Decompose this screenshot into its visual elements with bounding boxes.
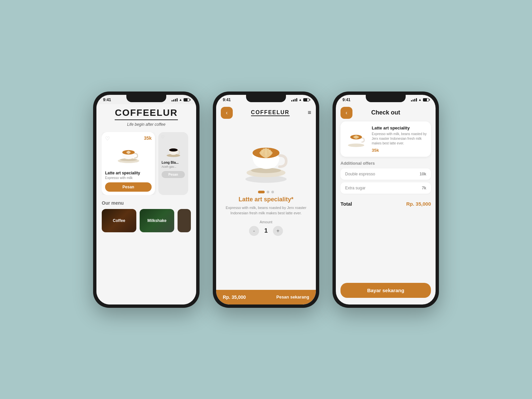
- pesan-button-1[interactable]: Pesan: [105, 182, 152, 192]
- card-name-1: Latte art speciality: [105, 171, 152, 175]
- pesan-button-2[interactable]: Pesan: [162, 171, 185, 178]
- total-label: Total: [340, 201, 352, 207]
- amount-controls: - 1 +: [223, 226, 309, 236]
- amount-section: Amount - 1 +: [223, 220, 309, 236]
- battery-icon-2: [303, 98, 309, 101]
- svg-point-10: [348, 143, 364, 147]
- product-desc-detail: Expresso with milk, beans roasted by Jer…: [223, 205, 309, 216]
- increase-button[interactable]: +: [273, 226, 283, 236]
- product-image-1: [105, 138, 152, 168]
- notch: [126, 95, 166, 102]
- card-desc-1: Expresso with milk: [105, 176, 152, 180]
- amount-label: Amount: [223, 220, 309, 224]
- status-icons-3: ▲: [411, 98, 429, 101]
- product-card-1: ♡ 35k: [102, 132, 155, 195]
- product-cards-row: ♡ 35k: [102, 132, 191, 195]
- card-price: 35k: [144, 135, 152, 141]
- phone-screen3: 9:41 ▲ ‹ Check out: [332, 92, 439, 308]
- offer-price-1: 10k: [420, 172, 426, 176]
- wifi-icon-3: ▲: [418, 98, 422, 101]
- svg-point-5: [170, 149, 177, 151]
- menu-cat-coffee[interactable]: Coffee: [102, 209, 136, 232]
- screen2-header: ‹ COFFEELUR ≡: [216, 104, 316, 121]
- brand-title: COFFEELUR: [115, 107, 178, 120]
- menu-cat-more[interactable]: [178, 209, 191, 232]
- menu-cat-milkshake-label: Milkshake: [140, 218, 174, 223]
- phone-screen1: 9:41 ▲ COFFEELUR Life begin after coffee…: [93, 92, 200, 308]
- heart-icon-2[interactable]: ♡: [161, 135, 165, 139]
- menu-categories: Coffee Milkshake: [102, 209, 191, 232]
- card-desc-2: Aceh gav...: [162, 165, 185, 168]
- screen2: 9:41 ▲ ‹ COFFEELUR ≡: [216, 95, 316, 304]
- checkout-item-image: [344, 125, 368, 149]
- wifi-icon: ▲: [179, 98, 182, 101]
- amount-value: 1: [264, 227, 268, 234]
- offer-name-1: Double espresso: [345, 172, 375, 176]
- dot-1: [258, 191, 265, 193]
- checkout-item-desc: Expresso with milk, beans roasted by Jer…: [372, 132, 427, 146]
- additional-label: Additional offers: [336, 161, 436, 166]
- checkout-item-price: 35k: [372, 148, 427, 153]
- menu-cat-milkshake[interactable]: Milkshake: [140, 209, 174, 232]
- product-name-detail: Latte art speciality*: [223, 196, 309, 203]
- screen3-header: ‹ Check out: [336, 104, 436, 121]
- screen3: 9:41 ▲ ‹ Check out: [336, 95, 436, 304]
- signal-icon-2: [291, 98, 297, 101]
- status-time-3: 9:41: [342, 98, 350, 102]
- our-menu-label: Our menu: [102, 200, 191, 206]
- header-brand-2: COFFEELUR: [251, 109, 290, 116]
- signal-icon-3: [411, 98, 417, 101]
- phone-screen2: 9:41 ▲ ‹ COFFEELUR ≡: [213, 92, 319, 308]
- total-amount: Rp. 35,000: [406, 201, 431, 207]
- screen1: 9:41 ▲ COFFEELUR Life begin after coffee…: [96, 95, 196, 304]
- offer-row-1: Double espresso 10k: [340, 168, 431, 180]
- back-button-2[interactable]: ‹: [221, 107, 233, 119]
- brand-header: COFFEELUR Life begin after coffee: [102, 107, 191, 127]
- battery-icon-3: [423, 98, 429, 101]
- screen1-content: COFFEELUR Life begin after coffee ♡ 35k: [96, 104, 196, 304]
- status-icons-1: ▲: [172, 98, 190, 101]
- offer-name-2: Extra sugar: [345, 186, 365, 190]
- menu-cat-coffee-label: Coffee: [102, 218, 136, 223]
- brand-tagline: Life begin after coffee: [102, 122, 191, 127]
- status-time-1: 9:41: [103, 98, 111, 102]
- status-time-2: 9:41: [223, 98, 231, 102]
- dot-3: [271, 191, 274, 193]
- notch-2: [246, 95, 286, 102]
- offer-row-2: Extra sugar 7k: [340, 182, 431, 194]
- product-hero-image: [216, 121, 316, 188]
- carousel-dots: [216, 191, 316, 193]
- checkout-item-card: Latte art speciality Expresso with milk,…: [340, 121, 431, 157]
- battery-icon: [184, 98, 190, 101]
- wifi-icon-2: ▲: [299, 98, 302, 101]
- dot-2: [267, 191, 269, 193]
- notch-3: [366, 95, 406, 102]
- card-name-2: Long Bla...: [162, 161, 185, 164]
- back-button-3[interactable]: ‹: [340, 107, 352, 119]
- pesan-sekarang-button[interactable]: Pesan sekarang: [276, 295, 309, 299]
- signal-icon: [172, 98, 178, 101]
- pay-button[interactable]: Bayar sekarang: [340, 283, 431, 298]
- bottom-bar: Rp. 35,000 Pesan sekarang: [216, 290, 316, 304]
- offer-price-2: 7k: [422, 186, 426, 190]
- product-card-2: ♡ Long Bla... Aceh gav... Pesan: [158, 132, 188, 195]
- bottom-price: Rp. 35,000: [223, 295, 246, 300]
- product-detail: Latte art speciality* Expresso with milk…: [216, 196, 316, 290]
- checkout-item-name: Latte art speciality: [372, 125, 427, 130]
- total-row: Total Rp. 35,000: [336, 198, 436, 210]
- decrease-button[interactable]: -: [249, 226, 259, 236]
- checkout-item-info: Latte art speciality Expresso with milk,…: [372, 125, 427, 153]
- checkout-title: Check out: [356, 109, 431, 116]
- status-icons-2: ▲: [291, 98, 309, 101]
- heart-icon[interactable]: ♡: [105, 135, 110, 142]
- hamburger-icon[interactable]: ≡: [308, 109, 311, 116]
